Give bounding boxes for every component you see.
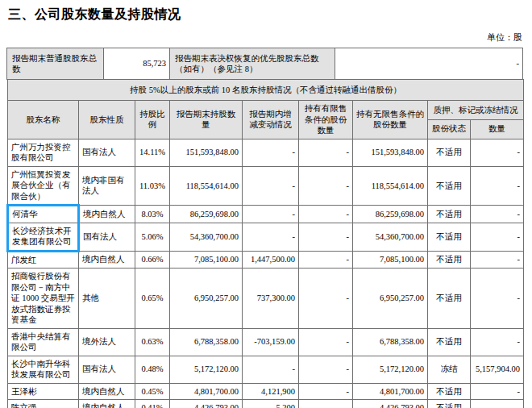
shareholder-row: 何清华 境内自然人 8.03% 86,259,698.00 - - 86,259…: [8, 206, 524, 223]
shareholder-row: 长沙中南升华科技发展有限公司 国有法人 0.48% 5,172,120.00 -…: [8, 356, 524, 383]
unrestricted-shares-cell: 5,172,120.00: [353, 356, 428, 383]
restricted-shares-cell: -: [299, 269, 353, 329]
period-change-cell: 1,447,500.00: [243, 251, 299, 269]
shareholder-nature-cell: 其他: [79, 269, 135, 329]
col-header-change: 报告期内增减变动情况: [243, 101, 299, 139]
restricted-shares-cell: -: [299, 139, 353, 166]
period-change-cell: -: [243, 206, 299, 223]
shareholder-row: 长沙经济技术开发集团有限公司 国有法人 5.06% 54,360,700.00 …: [8, 223, 524, 251]
share-status-cell: 不适用: [428, 383, 471, 400]
pledge-quantity-cell: 5,157,904.00: [471, 356, 524, 383]
pledge-quantity-cell: -: [471, 383, 524, 400]
shareholder-row: 广州万力投资控股有限公司 国有法人 14.11% 151,593,848.00 …: [8, 139, 524, 166]
unrestricted-shares-cell: 4,801,700.00: [353, 383, 428, 400]
period-change-cell: -: [243, 139, 299, 166]
shares-end-cell: 7,085,100.00: [170, 251, 243, 269]
restricted-shares-cell: -: [299, 206, 353, 223]
shareholder-name-cell: 招商银行股份有限公司－南方中证 1000 交易型开放式指数证券投资基金: [8, 269, 79, 329]
shareholder-name-cell: 广州万力投资控股有限公司: [8, 139, 79, 166]
shareholders-table: 持股 5%以上的股东或前 10 名股东持股情况（不含通过转融通出借股份） 股东名…: [6, 79, 524, 408]
shareholding-ratio-cell: 0.41%: [135, 400, 170, 408]
share-status-cell: 不适用: [428, 400, 471, 408]
shares-end-cell: 151,593,848.00: [170, 139, 243, 166]
shareholder-name-cell: 何清华: [8, 206, 79, 223]
col-header-name: 股东名称: [8, 101, 79, 139]
shareholding-ratio-cell: 11.03%: [135, 166, 170, 206]
pledge-quantity-cell: -: [471, 269, 524, 329]
share-status-cell: 不适用: [428, 139, 471, 166]
restricted-shares-cell: -: [299, 251, 353, 269]
restricted-shares-cell: -: [299, 166, 353, 206]
shares-end-cell: 6,950,257.00: [170, 269, 243, 329]
share-status-cell: 不适用: [428, 206, 471, 223]
shareholder-name-cell: 长沙经济技术开发集团有限公司: [8, 223, 79, 251]
summary-row: 报告期末普通股股东总数 85,723 报告期末表决权恢复的优先股股东总数（如有）…: [7, 48, 523, 80]
table-header-row: 股东名称 股东性质 持股比例 报告期末持股数量 报告期内增减变动情况 持有有限售…: [8, 101, 524, 120]
shares-end-cell: 54,360,700.00: [170, 223, 243, 251]
period-change-cell: -: [243, 223, 299, 251]
shareholder-row: 王泽彬 境内自然人 0.45% 4,801,700.00 4,121,900 -…: [8, 383, 524, 400]
col-header-ratio: 持股比例: [135, 101, 170, 139]
pledge-quantity-cell: -: [471, 139, 524, 166]
section-header-row: 持股 5%以上的股东或前 10 名股东持股情况（不含通过转融通出借股份）: [8, 80, 524, 101]
pledge-quantity-cell: -: [471, 206, 524, 223]
shareholding-ratio-cell: 0.65%: [135, 269, 170, 329]
shares-end-cell: 5,172,120.00: [170, 356, 243, 383]
shareholder-row: 陈立强 境内自然人 0.41% 4,426,793.00 5,200 - 4,4…: [8, 400, 524, 408]
shares-end-cell: 6,788,358.00: [170, 328, 243, 356]
top10-section-header: 持股 5%以上的股东或前 10 名股东持股情况（不含通过转融通出借股份）: [8, 80, 524, 101]
shareholding-ratio-cell: 8.03%: [135, 206, 170, 223]
share-status-cell: 不适用: [428, 269, 471, 329]
shareholder-row: 广州恒翼投资发展合伙企业（有限合伙） 境内非国有法人 11.03% 118,55…: [8, 166, 524, 206]
pledge-quantity-cell: -: [471, 251, 524, 269]
share-status-cell: 冻结: [428, 356, 471, 383]
period-change-cell: 4,121,900: [243, 383, 299, 400]
shareholder-nature-cell: 境内非国有法人: [79, 166, 135, 206]
shareholding-ratio-cell: 0.63%: [135, 328, 170, 356]
unrestricted-shares-cell: 86,259,698.00: [353, 206, 428, 223]
period-change-cell: 5,200: [243, 400, 299, 408]
shareholding-ratio-cell: 0.48%: [135, 356, 170, 383]
shareholder-name-cell: 长沙中南升华科技发展有限公司: [8, 356, 79, 383]
restricted-shares-cell: -: [299, 223, 353, 251]
shareholding-ratio-cell: 0.66%: [135, 251, 170, 269]
pledge-quantity-cell: -: [471, 400, 524, 408]
unrestricted-shares-cell: 6,950,257.00: [353, 269, 428, 329]
share-status-cell: 不适用: [428, 166, 471, 206]
col-header-unrestricted: 持有无限售条件的股份数量: [353, 101, 428, 139]
col-header-status: 股份状态: [428, 119, 471, 139]
shareholder-nature-cell: 境内自然人: [79, 206, 135, 223]
shareholder-nature-cell: 境内自然人: [79, 251, 135, 269]
shareholding-ratio-cell: 5.06%: [135, 223, 170, 251]
shareholding-ratio-cell: 14.11%: [135, 139, 170, 166]
unrestricted-shares-cell: 6,788,358.00: [353, 328, 428, 356]
shares-end-cell: 86,259,698.00: [170, 206, 243, 223]
shareholder-nature-cell: 国有法人: [79, 223, 135, 251]
pledge-quantity-cell: -: [471, 166, 524, 206]
restricted-shares-cell: -: [299, 356, 353, 383]
share-status-cell: 不适用: [428, 328, 471, 356]
share-status-cell: 不适用: [428, 251, 471, 269]
period-change-cell: 737,300.00: [243, 269, 299, 329]
restricted-shares-cell: -: [299, 328, 353, 356]
unrestricted-shares-cell: 54,360,700.00: [353, 223, 428, 251]
unrestricted-shares-cell: 7,085,100.00: [353, 251, 428, 269]
shares-end-cell: 4,801,700.00: [170, 383, 243, 400]
common-shareholders-label: 报告期末普通股股东总数: [7, 48, 104, 80]
shareholder-nature-cell: 境内自然人: [79, 400, 135, 408]
section-title: 三、公司股东数量及持股情况: [0, 0, 532, 23]
col-header-quantity: 数量: [471, 119, 524, 139]
preferred-shareholders-label: 报告期末表决权恢复的优先股股东总数（如有）（参见注 8）: [170, 48, 335, 80]
shareholder-name-cell: 香港中央结算有限公司: [8, 328, 79, 356]
period-change-cell: -: [243, 166, 299, 206]
preferred-shareholders-value: -: [335, 48, 523, 80]
pledge-quantity-cell: -: [471, 328, 524, 356]
unrestricted-shares-cell: 4,426,793.00: [353, 400, 428, 408]
period-change-cell: -: [243, 356, 299, 383]
shareholder-table-body: 广州万力投资控股有限公司 国有法人 14.11% 151,593,848.00 …: [8, 139, 524, 408]
shareholder-nature-cell: 国有法人: [79, 139, 135, 166]
shareholder-row: 招商银行股份有限公司－南方中证 1000 交易型开放式指数证券投资基金 其他 0…: [8, 269, 524, 329]
pledge-quantity-cell: -: [471, 223, 524, 251]
common-shareholders-value: 85,723: [104, 48, 170, 80]
shareholder-nature-cell: 境内自然人: [79, 383, 135, 400]
